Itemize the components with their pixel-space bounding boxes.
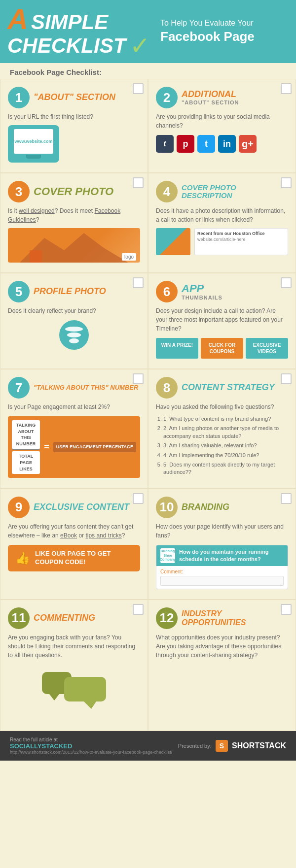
- title-a: A: [7, 5, 28, 33]
- app-thumbnails-row: WIN A PRIZE! CLICK FOR COUPONS EXCLUSIVE…: [156, 338, 288, 359]
- svg-rect-1: [30, 250, 42, 263]
- intro-text: Facebook Page Checklist:: [10, 68, 102, 76]
- section-8-title-text: CONTENT STRATEGY: [182, 383, 275, 393]
- footer-read-label: Read the full article at: [10, 737, 172, 742]
- brand-logo: Running Shoe Company: [160, 548, 175, 563]
- header-subtitle-line2: Facebook Page: [160, 29, 289, 45]
- section-4-title-text: COVER PHOTO DESCRIPTION: [182, 184, 288, 200]
- section-1: 1 "ABOUT" SECTION Is your URL the first …: [0, 79, 148, 173]
- photo-thumbnail: [156, 228, 190, 255]
- section-2-subtitle-text: "ABOUT" SECTION: [182, 100, 239, 105]
- checkbox-8[interactable]: [281, 373, 292, 384]
- branding-comment-box[interactable]: [160, 576, 284, 586]
- section-3-body-text: Is it well designed? Does it meet Facebo…: [8, 207, 120, 223]
- formula-denominator: TOTAL PAGE LIKES: [12, 451, 40, 474]
- section-12-header: 12 INDUSTRY OPPORTUNITIES: [156, 607, 288, 629]
- section-5-body: Does it clearly reflect your brand?: [8, 306, 140, 315]
- section-7-body: Is your Page engagement at least 2%?: [8, 402, 140, 411]
- section-11-body: Are you engaging back with your fans? Yo…: [8, 633, 140, 660]
- section-9-title-text: EXCLUSIVE CONTENT: [34, 502, 129, 512]
- section-3-title-text: COVER PHOTO: [34, 186, 113, 198]
- list-item-3: 3. Am I sharing valuable, relevant info?: [163, 442, 288, 449]
- branding-card: Running Shoe Company How do you maintain…: [156, 545, 288, 589]
- section-10: 10 BRANDING How does your page identify …: [148, 489, 296, 600]
- section-8-header: 8 CONTENT STRATEGY: [156, 377, 288, 399]
- checkbox-2[interactable]: [281, 83, 292, 94]
- num-badge-1: 1: [8, 87, 30, 108]
- branding-comment-label: Comment:: [160, 569, 284, 574]
- section-5: 5 PROFILE PHOTO Does it clearly reflect …: [0, 273, 148, 369]
- checkbox-1[interactable]: [133, 83, 144, 94]
- checkbox-10[interactable]: [281, 493, 292, 504]
- social-icons-row: t p t in g+: [156, 135, 288, 153]
- checkbox-5[interactable]: [133, 277, 144, 288]
- footer-brand: SOCIALLYSTACKED: [10, 742, 172, 750]
- section-2: 2 ADDITIONAL "ABOUT" SECTION Are you pro…: [148, 79, 296, 173]
- page-footer: Read the full article at SOCIALLYSTACKED…: [0, 731, 296, 761]
- checkbox-12[interactable]: [281, 604, 292, 615]
- section-12: 12 INDUSTRY OPPORTUNITIES What opportuni…: [148, 600, 296, 731]
- section-3-body: Is it well designed? Does it meet Facebo…: [8, 206, 140, 224]
- checklist-grid: 1 "ABOUT" SECTION Is your URL the first …: [0, 79, 296, 731]
- speech-bubbles-svg: [39, 672, 109, 711]
- logo-badge: logo: [122, 253, 136, 261]
- section-6-title: APP THUMBNAILS: [182, 283, 222, 300]
- section-12-body: What opportunities does your industry pr…: [156, 633, 288, 660]
- title-simple: SIMPLE: [31, 12, 108, 33]
- cover-photo-preview: logo: [8, 228, 140, 263]
- num-badge-4: 4: [156, 181, 178, 202]
- section-4: 4 COVER PHOTO DESCRIPTION Does it have a…: [148, 173, 296, 273]
- section-8-body: Have you asked the following five questi…: [156, 402, 288, 411]
- checkbox-6[interactable]: [281, 277, 292, 288]
- num-badge-7: 7: [8, 377, 30, 399]
- list-item-2: 2. Am I using photos or another type of …: [163, 425, 288, 440]
- checkbox-11[interactable]: [133, 604, 144, 615]
- section-6-title-main: APP: [182, 283, 222, 295]
- checkbox-3[interactable]: [133, 177, 144, 188]
- num-badge-5: 5: [8, 281, 30, 302]
- checkbox-7[interactable]: [133, 373, 144, 384]
- list-item-1: 1. What type of content is my brand shar…: [163, 415, 288, 423]
- checkbox-4[interactable]: [281, 177, 292, 188]
- header-title-left: A SIMPLE CHECKLIST ✓: [7, 5, 155, 58]
- section-7-title-text: "TALKING ABOUT THIS" NUMBER: [34, 384, 138, 391]
- num-badge-3: 3: [8, 181, 30, 202]
- title-checklist: CHECKLIST: [7, 35, 126, 56]
- num-badge-2: 2: [156, 87, 178, 108]
- section-3: 3 COVER PHOTO Is it well designed? Does …: [0, 173, 148, 273]
- section-2-title-text: ADDITIONAL: [182, 90, 239, 100]
- checkbox-9[interactable]: [133, 493, 144, 504]
- section-9-body-text: Are you offering your fans content they …: [8, 523, 133, 539]
- footer-right: Presented by: S SHORTSTACK: [178, 740, 286, 752]
- num-badge-8: 8: [156, 377, 178, 399]
- section-2-body: Are you providing links to your social m…: [156, 112, 288, 130]
- section-9-header: 9 EXCLUSIVE CONTENT: [8, 497, 140, 518]
- formula-fraction: TALKING ABOUT THIS NUMBER TOTAL PAGE LIK…: [12, 420, 40, 474]
- section-1-title: "ABOUT" SECTION: [34, 93, 115, 102]
- tumblr-icon: t: [156, 135, 174, 153]
- section-11: 11 COMMENTING Are you engaging back with…: [0, 600, 148, 731]
- footer-left: Read the full article at SOCIALLYSTACKED…: [10, 737, 172, 755]
- svg-marker-3: [49, 694, 59, 701]
- section-1-title-text: "ABOUT" SECTION: [34, 93, 115, 102]
- num-badge-6: 6: [156, 281, 178, 302]
- photo-desc-title: Recent from our Houston Office: [197, 231, 285, 236]
- section-1-body: Is your URL the first thing listed?: [8, 112, 140, 121]
- branding-question-text: How do you maintain your running schedul…: [179, 548, 284, 563]
- section-7-header: 7 "TALKING ABOUT THIS" NUMBER: [8, 377, 140, 399]
- formula-equals: =: [44, 442, 49, 452]
- list-item-5: 5. Does my content speak directly to my …: [163, 461, 288, 476]
- photo-desc-body: website.com/article-here: [197, 237, 285, 242]
- thumbs-up-icon: 👍: [15, 551, 30, 565]
- linkedin-icon: in: [218, 135, 236, 153]
- section-4-header: 4 COVER PHOTO DESCRIPTION: [156, 181, 288, 202]
- stack-layers: [65, 327, 83, 343]
- googleplus-icon: g+: [239, 135, 257, 153]
- monitor-stand: [26, 155, 41, 159]
- section-10-body: How does your page identify with your us…: [156, 522, 288, 540]
- header-subtitle-line1: To Help You Evaluate Your: [160, 18, 289, 29]
- section-4-body: Does it have a photo description with in…: [156, 206, 288, 224]
- monitor-icon: www.website.com: [8, 125, 59, 163]
- section-1-header: 1 "ABOUT" SECTION: [8, 87, 140, 108]
- like-cta-button[interactable]: 👍 LIKE OUR PAGE TO GET COUPON CODE!: [8, 545, 140, 571]
